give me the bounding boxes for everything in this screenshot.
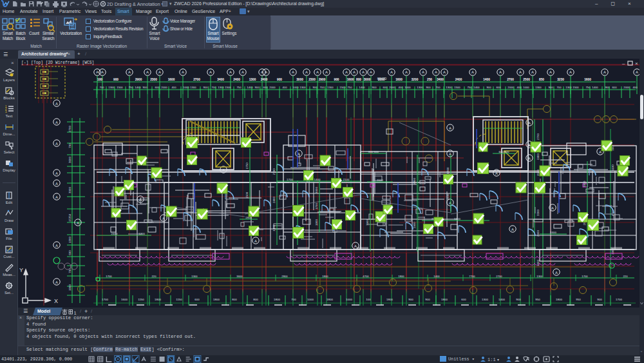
svg-text:A: A [636,70,638,74]
svg-text:2700: 2700 [496,275,502,278]
svg-text:A: A [55,195,58,199]
svg-text:800: 800 [232,298,237,301]
svg-text:900: 900 [425,298,430,301]
svg-text:900: 900 [334,78,339,81]
svg-text:A: A [55,280,58,284]
svg-text:3400: 3400 [217,78,224,81]
svg-text:A: A [531,70,534,74]
svg-text:1700: 1700 [287,178,293,181]
svg-text:1000: 1000 [523,86,529,89]
svg-text:1:1: 1:1 [488,357,496,362]
svg-text:A: A [146,70,149,74]
svg-text:900: 900 [277,78,282,81]
svg-text:750: 750 [237,86,242,89]
svg-text:1500: 1500 [225,86,231,89]
svg-text:2000: 2000 [389,86,395,89]
svg-text:1300: 1300 [482,298,488,301]
svg-text:17250: 17250 [68,213,71,222]
svg-text:700: 700 [291,298,296,301]
svg-text:1300: 1300 [249,78,256,81]
svg-text:900: 900 [597,298,602,301]
svg-text:220: 220 [623,275,629,278]
svg-text:3600: 3600 [236,275,243,278]
svg-text:1200: 1200 [138,232,145,235]
svg-text:2900: 2900 [413,222,416,228]
svg-text:950: 950 [535,298,540,301]
svg-text:1800: 1800 [556,298,562,301]
svg-text:1500: 1500 [117,86,123,89]
svg-text:Y: Y [19,267,23,273]
svg-text:1400: 1400 [314,178,321,181]
svg-text:600: 600 [612,86,618,89]
svg-text:A: A [55,121,58,124]
svg-text:A: A [511,228,514,231]
svg-text:A: A [96,70,99,74]
svg-text:A: A [603,70,606,74]
svg-text:X: X [54,298,58,304]
svg-text:1300: 1300 [218,86,224,89]
svg-text:A: A [449,126,451,130]
svg-text:400: 400 [172,86,177,89]
svg-text:2000: 2000 [269,86,276,89]
svg-text:2900: 2900 [135,78,142,81]
svg-text:2300: 2300 [308,78,316,81]
svg-text:1500: 1500 [245,191,249,198]
svg-text:600: 600 [68,250,71,255]
svg-text:A: A [229,70,232,74]
svg-text:A: A [305,70,308,74]
svg-text:2700: 2700 [272,168,276,175]
svg-text:1800: 1800 [155,298,161,301]
svg-text:1750: 1750 [245,162,249,169]
svg-text:A: A [353,70,355,74]
svg-text:2700: 2700 [193,78,200,81]
svg-text:700: 700 [557,86,562,89]
svg-text:1300: 1300 [446,167,450,173]
svg-text:A: A [435,70,437,74]
svg-text:2800: 2800 [281,275,288,278]
svg-text:1800: 1800 [274,298,280,301]
svg-text:A: A [325,70,328,74]
svg-text:A: A [549,70,552,74]
svg-text:3300: 3300 [583,181,586,187]
svg-text:900: 900 [487,86,492,89]
svg-text:69470: 69470 [377,77,387,81]
svg-text:900: 900 [143,86,148,89]
svg-text:1500: 1500 [573,86,579,89]
svg-text:2000: 2000 [377,179,383,182]
svg-text:2400: 2400 [550,231,556,234]
svg-text:A: A [182,70,184,74]
svg-text:A: A [354,244,357,248]
svg-text:1300: 1300 [272,224,276,231]
svg-text:2300: 2300 [150,78,157,81]
svg-text:250: 250 [427,78,432,81]
svg-text:400: 400 [633,86,638,89]
svg-text:1300: 1300 [68,237,71,243]
svg-text:A: A [422,70,424,74]
svg-text:1600: 1600 [168,78,175,81]
svg-text:1500: 1500 [339,86,346,89]
svg-text:A: A [519,70,522,74]
svg-text:3300: 3300 [536,210,540,216]
svg-text:1150: 1150 [138,298,144,301]
svg-text:7700: 7700 [469,275,475,278]
svg-text:800: 800 [356,78,361,81]
svg-text:2000: 2000 [507,86,514,89]
svg-text:A: A [101,70,104,74]
svg-text:750: 750 [348,86,353,89]
svg-text:600 800: 600 800 [499,150,509,153]
svg-text:1900: 1900 [68,284,71,291]
svg-text:1800: 1800 [213,298,220,301]
svg-text:[-] [Top] [2D Wireframe] [WCS]: [-] [Top] [2D Wireframe] [WCS] [21,61,94,65]
svg-text:A: A [362,70,365,74]
svg-text:3000: 3000 [68,187,71,193]
svg-text:▾: ▾ [497,358,499,362]
svg-text:900: 900 [255,86,260,89]
svg-text:A: A [158,70,161,74]
svg-text:A: A [499,70,502,74]
svg-text:3230: 3230 [557,78,564,81]
svg-text:A: A [569,70,572,74]
svg-text:1400: 1400 [483,78,490,81]
svg-text:4700: 4700 [363,275,369,278]
svg-text:1100: 1100 [611,164,614,171]
svg-text:A: A [390,70,393,74]
